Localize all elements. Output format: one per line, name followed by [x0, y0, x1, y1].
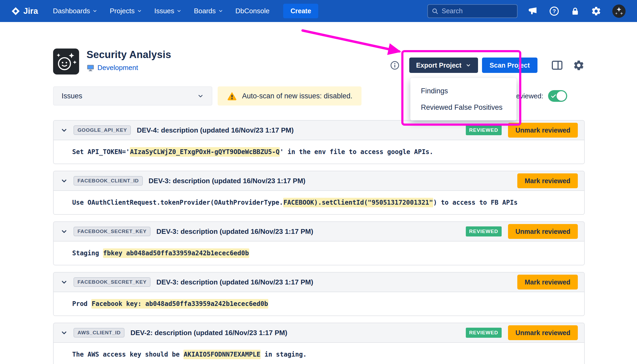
- secret-highlight: FACEBOOK).setClientId("950513172001321": [283, 198, 433, 207]
- nav-issues[interactable]: Issues: [154, 7, 182, 15]
- finding-type-badge: FACEBOOK_SECRET_KEY: [74, 277, 150, 287]
- finding-body: Staging fbkey ab048ad50ffa33959a242b1ece…: [54, 242, 584, 265]
- page-title: Security Analysis: [87, 49, 171, 60]
- finding-header-actions: REVIEWED Unmark reviewed: [466, 123, 578, 138]
- finding-description: Prod Facebook key: ab048ad50ffa33959a242…: [72, 300, 268, 308]
- page: Jira Dashboards Projects Issues Boards D…: [0, 0, 637, 364]
- avatar[interactable]: [612, 4, 626, 18]
- review-action-button[interactable]: Mark reviewed: [517, 173, 578, 188]
- chevron-down-icon: [177, 8, 182, 14]
- finding-header-actions: Mark reviewed: [517, 173, 578, 188]
- chevron-down-icon[interactable]: [61, 329, 68, 336]
- finding-description: The AWS access key should be AKIAIO5FODN…: [72, 351, 307, 358]
- review-action-button[interactable]: Unmark reviewed: [508, 325, 578, 340]
- finding-card: GOOGLE_API_KEY DEV-4: description (updat…: [53, 120, 585, 164]
- review-action-button[interactable]: Mark reviewed: [517, 275, 578, 290]
- navbar-icons: ?: [528, 4, 626, 18]
- chevron-down-icon: [92, 8, 97, 14]
- chevron-down-icon[interactable]: [61, 279, 68, 286]
- export-project-button[interactable]: Export Project: [409, 58, 478, 73]
- finding-header-actions: Mark reviewed: [517, 275, 578, 290]
- search-icon: [432, 8, 438, 15]
- finding-body: Use OAuthClientRequest.tokenProvider(OAu…: [54, 191, 584, 214]
- search-input[interactable]: [442, 7, 513, 15]
- nav-issues-label: Issues: [154, 7, 174, 15]
- jira-logo[interactable]: Jira: [11, 6, 38, 16]
- secret-highlight: AKIAIO5FODNN7EXAMPLE: [183, 350, 261, 359]
- finding-body: Prod Facebook key: ab048ad50ffa33959a242…: [54, 292, 584, 315]
- nav-dashboards[interactable]: Dashboards: [53, 7, 97, 15]
- finding-title: DEV-4: description (updated 16/Nov/23 1:…: [137, 126, 294, 134]
- review-action-button[interactable]: Unmark reviewed: [508, 123, 578, 138]
- finding-header-actions: REVIEWED Unmark reviewed: [466, 325, 578, 340]
- finding-header[interactable]: GOOGLE_API_KEY DEV-4: description (updat…: [54, 121, 584, 140]
- code-segment: Set API_TOKEN=': [72, 148, 130, 156]
- finding-card: FACEBOOK_SECRET_KEY DEV-3: description (…: [53, 221, 585, 265]
- issues-select[interactable]: Issues: [53, 86, 212, 106]
- svg-text:?: ?: [553, 8, 556, 14]
- finding-card: AWS_CLIENT_ID DEV-2: description (update…: [53, 323, 585, 364]
- info-icon[interactable]: [390, 60, 400, 70]
- gear-icon[interactable]: [591, 6, 601, 16]
- code-segment: Use OAuthClientRequest.tokenProvider(OAu…: [72, 199, 283, 206]
- nav-dbconsole[interactable]: DbConsole: [235, 7, 270, 15]
- menu-item-reviewed-false-positives[interactable]: Reviewed False Positives: [410, 99, 517, 116]
- title-block: Security Analysis Development: [87, 49, 171, 72]
- toggle-knob: [557, 91, 566, 101]
- show-reviewed-toggle[interactable]: [548, 90, 567, 102]
- chevron-down-icon: [466, 63, 471, 68]
- code-segment: ' in the env file to access google APIs.: [280, 148, 433, 156]
- nav-projects-label: Projects: [110, 7, 135, 15]
- chevron-down-icon[interactable]: [61, 127, 68, 134]
- project-link-label: Development: [97, 64, 138, 72]
- chevron-down-icon: [137, 8, 142, 14]
- nav-projects[interactable]: Projects: [110, 7, 142, 15]
- finding-header[interactable]: FACEBOOK_SECRET_KEY DEV-3: description (…: [54, 222, 584, 242]
- export-dropdown-menu: Findings Reviewed False Positives: [410, 78, 517, 120]
- code-segment: Prod: [72, 300, 91, 308]
- chevron-down-icon: [218, 8, 223, 14]
- create-button[interactable]: Create: [283, 4, 318, 18]
- export-project-wrap: Export Project Findings Reviewed False P…: [409, 58, 478, 73]
- scan-project-button[interactable]: Scan Project: [482, 58, 537, 73]
- secret-highlight: Facebook key: ab048ad50ffa33959a242b1ece…: [91, 299, 268, 309]
- annotation-arrow: [298, 26, 415, 63]
- nav-boards[interactable]: Boards: [194, 7, 223, 15]
- issues-select-value: Issues: [62, 92, 82, 100]
- chevron-down-icon[interactable]: [61, 177, 68, 185]
- brand-label: Jira: [23, 6, 38, 16]
- finding-type-badge: AWS_CLIENT_ID: [74, 328, 124, 337]
- reviewed-badge: REVIEWED: [466, 226, 502, 236]
- finding-header[interactable]: FACEBOOK_SECRET_KEY DEV-3: description (…: [54, 273, 584, 292]
- finding-type-badge: FACEBOOK_CLIENT_ID: [74, 176, 143, 186]
- finding-title: DEV-2: description (updated 16/Nov/23 1:…: [130, 329, 287, 337]
- navbar-search[interactable]: [427, 4, 518, 18]
- jira-logo-icon: [11, 7, 20, 16]
- gear-icon[interactable]: [573, 59, 585, 71]
- finding-title: DEV-3: description (updated 16/Nov/23 1:…: [149, 177, 305, 185]
- finding-body: Set API_TOKEN='AIzaSyCLWjZ0_ETxgPOxH-gQY…: [54, 140, 584, 164]
- menu-item-findings[interactable]: Findings: [410, 83, 517, 99]
- check-icon: [550, 93, 557, 99]
- help-icon[interactable]: ?: [549, 6, 559, 16]
- code-segment: in staging.: [261, 351, 307, 358]
- chevron-down-icon[interactable]: [61, 228, 68, 235]
- finding-description: Use OAuthClientRequest.tokenProvider(OAu…: [72, 199, 518, 206]
- finding-header-actions: REVIEWED Unmark reviewed: [466, 224, 578, 239]
- secret-highlight: fbkey ab048ad50ffa33959a242b1ecec6ed0b: [103, 248, 249, 258]
- finding-type-badge: GOOGLE_API_KEY: [74, 125, 131, 135]
- warning-icon: [227, 91, 237, 101]
- finding-header[interactable]: FACEBOOK_CLIENT_ID DEV-3: description (u…: [54, 171, 584, 191]
- code-segment: The AWS access key should be: [72, 351, 183, 358]
- findings-list: GOOGLE_API_KEY DEV-4: description (updat…: [53, 120, 585, 364]
- finding-body: The AWS access key should be AKIAIO5FODN…: [54, 343, 584, 364]
- code-segment: Staging: [72, 249, 103, 257]
- lock-icon[interactable]: [570, 6, 580, 16]
- project-link[interactable]: Development: [87, 64, 171, 72]
- details-panel-icon[interactable]: [551, 59, 563, 72]
- review-action-button[interactable]: Unmark reviewed: [508, 224, 578, 239]
- finding-header[interactable]: AWS_CLIENT_ID DEV-2: description (update…: [54, 323, 584, 343]
- project-avatar: [53, 49, 79, 74]
- finding-description: Set API_TOKEN='AIzaSyCLWjZ0_ETxgPOxH-gQY…: [72, 148, 433, 156]
- megaphone-icon[interactable]: [528, 6, 538, 16]
